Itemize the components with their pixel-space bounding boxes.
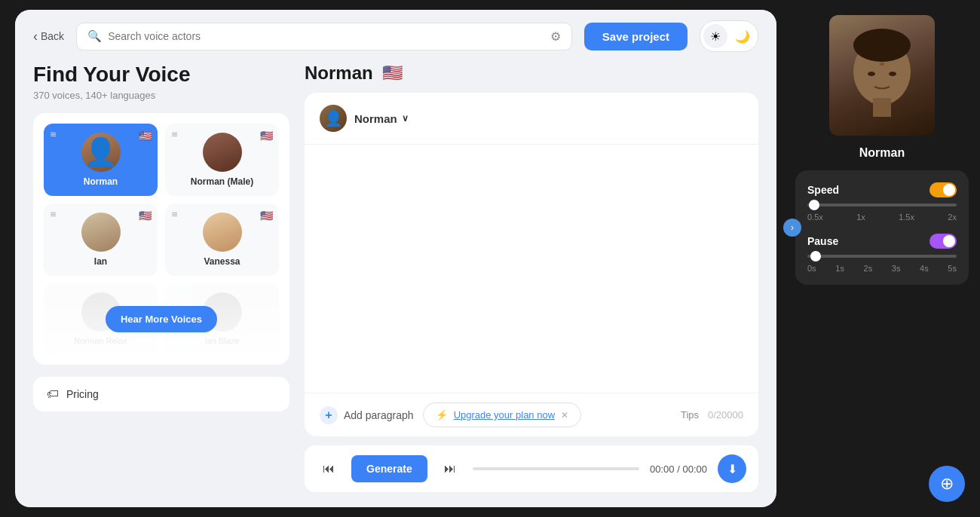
pause-label-2: 2s xyxy=(864,264,873,273)
find-voice-subtitle: 370 voices, 140+ languages xyxy=(33,90,289,101)
speed-toggle-knob xyxy=(943,184,955,196)
search-input[interactable] xyxy=(108,30,544,42)
search-box: 🔍 ⚙ xyxy=(76,23,572,50)
pricing-icon: 🏷 xyxy=(47,387,59,401)
norman-photo xyxy=(829,15,935,136)
avatar-norman xyxy=(81,133,121,172)
norman-name-label: Norman xyxy=(859,146,905,160)
flag-ian: 🇺🇸 xyxy=(139,210,152,222)
norman-face-svg xyxy=(837,23,927,128)
left-sidebar: Find Your Voice 370 voices, 140+ languag… xyxy=(33,63,289,492)
avatar-norman-male xyxy=(203,133,242,172)
time-current: 00:00 xyxy=(650,463,675,475)
time-total: 00:00 xyxy=(682,463,707,475)
dark-theme-button[interactable]: 🌙 xyxy=(730,24,755,48)
right-content: Norman 🇺🇸 👤 Norman ∨ xyxy=(305,63,758,492)
speed-toggle[interactable] xyxy=(929,182,957,197)
search-icon: 🔍 xyxy=(87,29,102,43)
right-panel: Norman › Speed 0.5x 1x 1.5x 2x xyxy=(784,0,980,517)
pause-setting: Pause 0s 1s 2s 3s 4s 5s xyxy=(807,234,957,273)
add-icon: + xyxy=(320,406,338,424)
voice-item-vanessa[interactable]: ≋ 🇺🇸 Vanessa xyxy=(165,203,279,276)
pause-header: Pause xyxy=(807,234,957,249)
collapse-panel-button[interactable]: › xyxy=(783,219,801,237)
voice-text-area[interactable] xyxy=(305,145,758,393)
help-icon: ⊕ xyxy=(940,474,954,494)
flag-norman: 🇺🇸 xyxy=(139,130,152,142)
add-paragraph-label: Add paragraph xyxy=(344,409,414,421)
back-chevron-icon: ‹ xyxy=(33,29,38,44)
voice-grid-card: ≋ 🇺🇸 Norman ≋ 🇺🇸 Norman (Male) ≋ 🇺🇸 xyxy=(33,113,289,365)
settings-panel: › Speed 0.5x 1x 1.5x 2x Pause xyxy=(795,170,969,285)
speed-label: Speed xyxy=(807,184,839,196)
time-display: 00:00 / 00:00 xyxy=(650,463,707,475)
flag-norman-male: 🇺🇸 xyxy=(260,130,273,142)
pause-slider-labels: 0s 1s 2s 3s 4s 5s xyxy=(807,264,957,273)
close-upgrade-icon[interactable]: ✕ xyxy=(561,410,568,421)
speed-slider-track[interactable] xyxy=(807,203,957,206)
avatar-vanessa xyxy=(203,213,242,252)
upgrade-button[interactable]: ⚡ Upgrade your plan now ✕ xyxy=(423,402,581,427)
main-content: Find Your Voice 370 voices, 140+ languag… xyxy=(15,63,776,507)
pause-label-5: 5s xyxy=(948,264,957,273)
voice-name-vanessa: Vanessa xyxy=(204,256,240,267)
speed-label-0: 0.5x xyxy=(807,213,823,222)
save-project-button[interactable]: Save project xyxy=(584,23,688,50)
header-bar: ‹ Back 🔍 ⚙ Save project ☀ 🌙 xyxy=(15,10,776,63)
pricing-card[interactable]: 🏷 Pricing xyxy=(33,377,289,411)
back-button[interactable]: ‹ Back xyxy=(33,29,64,44)
speed-slider-thumb[interactable] xyxy=(809,200,819,210)
voice-item-norman-male[interactable]: ≋ 🇺🇸 Norman (Male) xyxy=(165,124,279,196)
skip-back-icon: ⏮ xyxy=(323,462,335,476)
voice-item-ian[interactable]: ≋ 🇺🇸 Ian xyxy=(44,203,158,276)
speed-slider-labels: 0.5x 1x 1.5x 2x xyxy=(807,213,957,222)
voice-name-ian: Ian xyxy=(94,256,107,267)
voice-name-norman: Norman xyxy=(84,176,118,187)
speed-label-2: 1.5x xyxy=(899,213,914,222)
hear-more-voices-button[interactable]: Hear More Voices xyxy=(106,306,217,332)
svg-rect-1 xyxy=(873,98,891,117)
flag-vanessa: 🇺🇸 xyxy=(260,210,273,222)
pause-slider-thumb[interactable] xyxy=(810,251,821,262)
svg-point-5 xyxy=(880,63,884,66)
selected-voice-flag: 🇺🇸 xyxy=(382,63,403,83)
pause-slider-track[interactable] xyxy=(807,255,957,258)
chevron-right-icon: › xyxy=(791,222,794,233)
find-voice-title: Find Your Voice xyxy=(33,63,289,87)
help-button[interactable]: ⊕ xyxy=(929,466,965,502)
find-voice-header: Find Your Voice 370 voices, 140+ languag… xyxy=(33,63,289,101)
progress-bar[interactable] xyxy=(473,467,639,470)
voice-card-avatar: 👤 xyxy=(320,105,347,132)
light-theme-button[interactable]: ☀ xyxy=(703,24,727,48)
pricing-label: Pricing xyxy=(66,388,99,400)
skip-forward-icon: ⏭ xyxy=(444,462,456,476)
waves-icon-norman-male: ≋ xyxy=(171,130,178,139)
add-paragraph-button[interactable]: + Add paragraph xyxy=(320,406,414,424)
tips-link[interactable]: Tips xyxy=(681,409,699,421)
sun-icon: ☀ xyxy=(710,29,721,44)
audio-controls: ⏮ Generate ⏭ 00:00 / 00:00 ⬇ xyxy=(305,445,758,492)
waves-icon-norman: ≋ xyxy=(50,130,57,139)
pause-toggle[interactable] xyxy=(929,234,957,249)
voice-dropdown[interactable]: Norman ∨ xyxy=(354,112,409,125)
selected-voice-header: Norman 🇺🇸 xyxy=(305,63,758,84)
chevron-down-icon: ∨ xyxy=(402,113,409,124)
char-count: 0/20000 xyxy=(708,409,743,421)
lightning-icon: ⚡ xyxy=(436,409,448,421)
filter-icon[interactable]: ⚙ xyxy=(550,29,561,44)
generate-button[interactable]: Generate xyxy=(351,455,427,482)
skip-forward-button[interactable]: ⏭ xyxy=(438,457,462,481)
download-button[interactable]: ⬇ xyxy=(718,454,746,483)
speed-setting: Speed 0.5x 1x 1.5x 2x xyxy=(807,182,957,222)
waves-icon-ian: ≋ xyxy=(50,210,57,219)
skip-back-button[interactable]: ⏮ xyxy=(317,457,341,481)
svg-point-3 xyxy=(868,72,875,76)
voice-card-white: 👤 Norman ∨ + Add paragraph ⚡ xyxy=(305,93,758,436)
voice-card-footer: + Add paragraph ⚡ Upgrade your plan now … xyxy=(305,393,758,436)
main-card: ‹ Back 🔍 ⚙ Save project ☀ 🌙 Find Your Vo… xyxy=(15,10,776,507)
voice-item-norman[interactable]: ≋ 🇺🇸 Norman xyxy=(44,124,158,196)
pause-label-3: 3s xyxy=(892,264,901,273)
speed-label-1: 1x xyxy=(856,213,865,222)
pause-label-4: 4s xyxy=(920,264,929,273)
pause-label: Pause xyxy=(807,235,838,247)
